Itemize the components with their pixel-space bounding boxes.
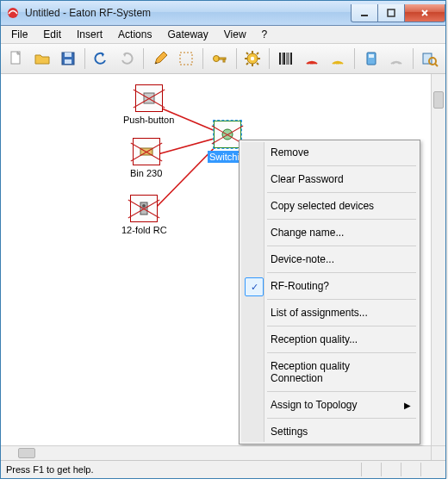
rf-yellow-button[interactable] (326, 46, 350, 72)
edit-button[interactable] (148, 46, 172, 72)
status-cell (361, 463, 381, 476)
redo-button[interactable] (115, 46, 139, 72)
canvas-area: Push-button Bin 230 12-fold RC Switching… (1, 74, 445, 460)
cm-separator (267, 246, 416, 246)
toolbar-separator (143, 48, 144, 69)
svg-rect-1 (361, 15, 368, 16)
cm-clear-password[interactable]: Clear Password (241, 169, 418, 190)
svg-point-39 (222, 129, 233, 140)
cm-separator (267, 219, 416, 220)
cm-separator (267, 272, 416, 273)
window-controls (351, 4, 445, 22)
svg-line-20 (246, 63, 248, 65)
cm-remove[interactable]: Remove (241, 142, 418, 163)
toolbar-separator (84, 48, 85, 69)
svg-rect-2 (388, 9, 395, 16)
svg-line-19 (257, 53, 258, 54)
toolbar-separator (269, 48, 270, 69)
scrollbar-thumb[interactable] (18, 448, 35, 458)
svg-point-12 (251, 57, 254, 60)
cm-change-name[interactable]: Change name... (241, 222, 418, 243)
undo-button[interactable] (89, 46, 113, 72)
settings-button[interactable] (240, 46, 264, 72)
cm-separator (267, 299, 416, 300)
submenu-arrow-icon: ▶ (404, 401, 411, 410)
cm-label: Assign to Topology (271, 399, 358, 411)
new-button[interactable] (4, 46, 28, 72)
cm-settings[interactable]: Settings (241, 421, 418, 442)
status-cell (420, 463, 440, 476)
minimize-button[interactable] (351, 4, 378, 22)
toolbar-separator (202, 48, 203, 69)
svg-point-8 (213, 56, 219, 62)
node-label: Bin 230 (130, 168, 162, 178)
toolbar (1, 44, 445, 74)
svg-line-18 (257, 63, 258, 65)
close-button[interactable] (404, 4, 445, 22)
cm-label: RF-Routing? (271, 280, 329, 292)
title-bar[interactable]: Untitled - Eaton RF-System (1, 1, 445, 26)
node-push-button[interactable]: Push-button (123, 84, 174, 125)
save-button[interactable] (56, 46, 80, 72)
menu-gateway[interactable]: Gateway (160, 27, 215, 42)
cm-copy-selected[interactable]: Copy selected devices (241, 196, 418, 216)
menu-bar: File Edit Insert Actions Gateway View ? (1, 26, 445, 44)
toolbar-separator (236, 48, 237, 69)
context-menu: Remove Clear Password Copy selected devi… (239, 140, 420, 445)
window-title: Untitled - Eaton RF-System (25, 7, 351, 19)
check-icon: ✓ (245, 277, 264, 296)
status-cell (401, 463, 420, 476)
toolbar-separator (354, 48, 355, 69)
horizontal-scrollbar[interactable] (1, 445, 432, 460)
cm-separator (267, 165, 416, 166)
node-label: Push-button (123, 115, 174, 125)
menu-view[interactable]: View (217, 27, 253, 42)
vertical-scrollbar[interactable] (431, 74, 445, 446)
cm-device-note[interactable]: Device-note... (241, 249, 418, 270)
key-button[interactable] (208, 46, 232, 72)
rf-red-button[interactable] (300, 46, 324, 72)
svg-line-31 (435, 64, 438, 66)
cm-separator (267, 352, 416, 353)
node-bin230[interactable]: Bin 230 (130, 138, 162, 178)
cm-reception-quality-connection[interactable]: Reception quality Connection (241, 356, 418, 389)
status-cells (361, 463, 440, 476)
cm-separator (267, 326, 416, 326)
rf-gray-button[interactable] (385, 46, 409, 72)
node-label: 12-fold RC (121, 225, 167, 235)
cm-label: Connection (271, 372, 323, 384)
status-cell (381, 463, 401, 476)
cm-assign-topology[interactable]: Assign to Topology ▶ (241, 395, 418, 415)
cm-reception-quality[interactable]: Reception quality... (241, 329, 418, 350)
status-hint: Press F1 to get help. (6, 464, 94, 475)
toolbar-separator (413, 48, 414, 69)
bin230-icon (133, 138, 160, 165)
cm-rf-routing[interactable]: ✓ RF-Routing? (241, 276, 418, 296)
select-area-button[interactable] (174, 46, 198, 72)
menu-file[interactable]: File (4, 27, 34, 42)
switching-actuator-icon (214, 121, 241, 148)
svg-line-17 (246, 53, 248, 54)
menu-help[interactable]: ? (255, 27, 275, 42)
cm-list-assignments[interactable]: List of assignments... (241, 302, 418, 323)
twelve-fold-rc-icon (130, 195, 158, 222)
app-icon (6, 6, 20, 20)
scroll-corner (431, 445, 445, 460)
menu-edit[interactable]: Edit (36, 27, 68, 42)
cm-separator (267, 391, 416, 392)
maximize-button[interactable] (378, 4, 404, 22)
node-12fold-rc[interactable]: 12-fold RC (121, 195, 167, 235)
search-device-button[interactable] (418, 46, 442, 72)
push-button-icon (135, 84, 163, 112)
open-button[interactable] (30, 46, 54, 72)
device-blue-button[interactable] (359, 46, 383, 72)
svg-rect-6 (65, 59, 72, 64)
svg-rect-7 (180, 53, 192, 65)
svg-point-38 (142, 204, 146, 208)
barcode-button[interactable] (274, 46, 298, 72)
scrollbar-thumb[interactable] (433, 91, 444, 109)
menu-actions[interactable]: Actions (111, 27, 159, 42)
menu-insert[interactable]: Insert (70, 27, 109, 42)
cm-label: Reception quality (271, 360, 350, 372)
diagram-canvas[interactable]: Push-button Bin 230 12-fold RC Switching… (1, 74, 432, 446)
